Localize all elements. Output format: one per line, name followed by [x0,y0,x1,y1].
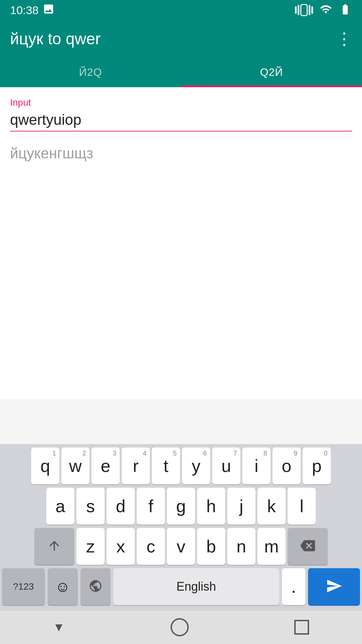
key-v[interactable]: v [167,528,195,565]
period-label: . [291,577,296,597]
delete-key[interactable] [288,528,328,565]
key-a[interactable]: a [46,488,74,525]
output-text: йцукенгшщз [10,145,352,162]
tab-q2y[interactable]: Q2Й [181,57,362,87]
status-time: 10:38 [10,4,39,17]
tab-y2q-label: Й2Q [79,66,102,78]
recent-button[interactable] [294,620,309,635]
globe-key[interactable] [80,568,111,605]
home-button[interactable] [171,618,189,636]
numbers-key[interactable]: ?123 [2,568,45,605]
shift-key[interactable] [34,528,74,565]
key-p[interactable]: 0 p [303,447,331,484]
keyboard-row-1: 1 q 2 w 3 e 4 r 5 t 6 y 7 u 8 i [2,447,360,484]
content-area: Input йцукенгшщз [0,87,362,399]
vibrate-icon [295,4,313,16]
globe-icon [88,579,103,594]
key-r[interactable]: 4 r [122,447,150,484]
status-bar: 10:38 [0,0,362,20]
delete-icon [300,538,315,554]
key-d[interactable]: d [107,488,135,525]
key-n[interactable]: n [227,528,255,565]
keyboard-row-2: a s d f g h j k l [2,488,360,525]
space-label: English [176,580,216,594]
key-s[interactable]: s [76,488,105,525]
bottom-nav: ▼ [0,610,362,644]
input-field[interactable] [10,111,352,131]
numbers-label: ?123 [13,581,34,592]
battery-icon [339,3,352,17]
key-h[interactable]: h [197,488,225,525]
key-g[interactable]: g [167,488,195,525]
go-icon [326,578,343,596]
input-label: Input [10,97,352,108]
key-o[interactable]: 9 o [273,447,301,484]
key-y[interactable]: 6 y [182,447,210,484]
key-k[interactable]: k [257,488,286,525]
key-c[interactable]: c [137,528,165,565]
keyboard: 1 q 2 w 3 e 4 r 5 t 6 y 7 u 8 i [0,444,362,610]
emoji-icon: ☺ [55,578,70,595]
key-b[interactable]: b [197,528,225,565]
back-button[interactable]: ▼ [53,620,65,634]
key-z[interactable]: z [76,528,105,565]
key-j[interactable]: j [227,488,255,525]
tab-q2y-label: Q2Й [260,66,283,78]
key-w[interactable]: 2 w [61,447,89,484]
tabs-container: Й2Q Q2Й [0,57,362,87]
app-title: йцук to qwer [10,30,101,48]
space-key[interactable]: English [113,568,279,605]
keyboard-row-3: z x c v b n m [2,528,360,565]
more-options-icon[interactable]: ⋮ [336,29,352,48]
image-icon [43,3,55,17]
go-key[interactable] [308,568,360,605]
status-left: 10:38 [10,3,55,17]
keyboard-row-4: ?123 ☺ English . [2,568,360,605]
key-e[interactable]: 3 e [92,447,120,484]
key-i[interactable]: 8 i [242,447,270,484]
status-right [295,3,352,17]
wifi-icon [319,3,333,17]
key-f[interactable]: f [137,488,165,525]
emoji-key[interactable]: ☺ [48,568,78,605]
period-key[interactable]: . [282,568,305,605]
key-u[interactable]: 7 u [212,447,240,484]
key-q[interactable]: 1 q [31,447,59,484]
tab-y2q[interactable]: Й2Q [0,57,181,87]
key-l[interactable]: l [288,488,316,525]
key-m[interactable]: m [257,528,286,565]
shift-icon [47,538,62,554]
app-bar: йцук to qwer ⋮ [0,20,362,57]
key-x[interactable]: x [107,528,135,565]
key-t[interactable]: 5 t [152,447,180,484]
